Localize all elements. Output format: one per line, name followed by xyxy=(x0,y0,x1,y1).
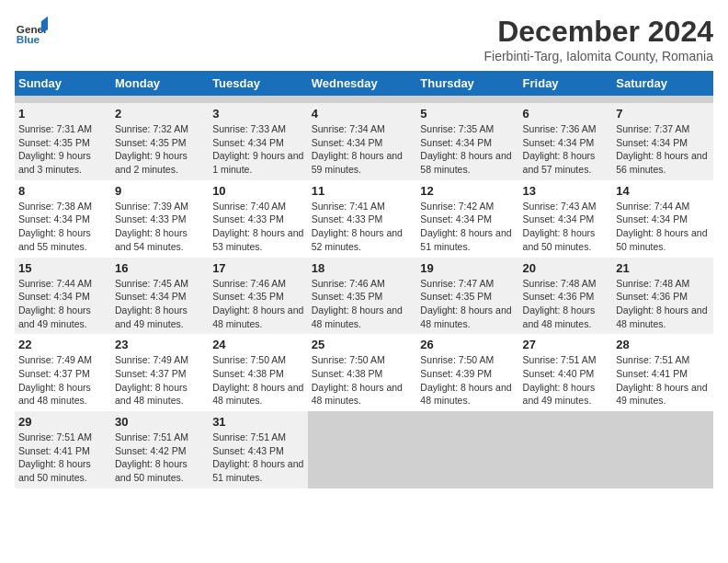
table-row: 4 Sunrise: 7:34 AMSunset: 4:34 PMDayligh… xyxy=(308,103,417,180)
title-area: December 2024 Fierbinti-Targ, Ialomita C… xyxy=(483,15,713,63)
table-row xyxy=(519,96,613,103)
day-info: Sunrise: 7:43 AMSunset: 4:34 PMDaylight:… xyxy=(523,201,597,252)
day-info: Sunrise: 7:44 AMSunset: 4:34 PMDaylight:… xyxy=(18,278,92,329)
calendar-week-row: 8 Sunrise: 7:38 AMSunset: 4:34 PMDayligh… xyxy=(15,180,713,258)
day-info: Sunrise: 7:49 AMSunset: 4:37 PMDaylight:… xyxy=(115,354,188,406)
page-header: General Blue December 2024 Fierbinti-Tar… xyxy=(15,15,713,63)
table-row: 25 Sunrise: 7:50 AMSunset: 4:38 PMDaylig… xyxy=(308,334,417,411)
day-number: 23 xyxy=(115,338,205,351)
header-saturday: Saturday xyxy=(612,71,713,96)
calendar-table: Sunday Monday Tuesday Wednesday Thursday… xyxy=(15,71,713,488)
table-row: 28 Sunrise: 7:51 AMSunset: 4:41 PMDaylig… xyxy=(612,334,713,411)
day-info: Sunrise: 7:44 AMSunset: 4:34 PMDaylight:… xyxy=(616,201,707,252)
header-thursday: Thursday xyxy=(416,71,518,96)
table-row xyxy=(519,411,613,488)
table-row: 17 Sunrise: 7:46 AMSunset: 4:35 PMDaylig… xyxy=(209,258,308,335)
day-number: 9 xyxy=(115,184,205,198)
day-number: 7 xyxy=(616,107,710,121)
table-row: 24 Sunrise: 7:50 AMSunset: 4:38 PMDaylig… xyxy=(209,334,308,411)
day-number: 20 xyxy=(523,261,609,275)
calendar-week-row: 22 Sunrise: 7:49 AMSunset: 4:37 PMDaylig… xyxy=(15,334,713,411)
day-number: 31 xyxy=(212,415,304,429)
page-subtitle: Fierbinti-Targ, Ialomita County, Romania xyxy=(483,49,713,63)
day-number: 30 xyxy=(115,415,205,429)
day-info: Sunrise: 7:36 AMSunset: 4:34 PMDaylight:… xyxy=(523,123,597,175)
table-row: 13 Sunrise: 7:43 AMSunset: 4:34 PMDaylig… xyxy=(519,180,613,258)
day-info: Sunrise: 7:48 AMSunset: 4:36 PMDaylight:… xyxy=(616,278,707,329)
day-info: Sunrise: 7:50 AMSunset: 4:38 PMDaylight:… xyxy=(312,354,403,406)
table-row: 2 Sunrise: 7:32 AMSunset: 4:35 PMDayligh… xyxy=(111,103,209,180)
day-number: 27 xyxy=(523,338,609,351)
day-number: 15 xyxy=(18,261,108,275)
table-row: 12 Sunrise: 7:42 AMSunset: 4:34 PMDaylig… xyxy=(416,180,518,258)
table-row xyxy=(416,411,518,488)
table-row: 27 Sunrise: 7:51 AMSunset: 4:40 PMDaylig… xyxy=(519,334,613,411)
table-row xyxy=(612,96,713,103)
logo-icon: General Blue xyxy=(15,15,48,48)
day-info: Sunrise: 7:48 AMSunset: 4:36 PMDaylight:… xyxy=(523,278,597,329)
day-info: Sunrise: 7:50 AMSunset: 4:38 PMDaylight:… xyxy=(212,354,303,406)
table-row: 1 Sunrise: 7:31 AMSunset: 4:35 PMDayligh… xyxy=(15,103,111,180)
day-info: Sunrise: 7:39 AMSunset: 4:33 PMDaylight:… xyxy=(115,201,188,252)
header-sunday: Sunday xyxy=(15,71,111,96)
calendar-week-row xyxy=(15,96,713,103)
table-row xyxy=(612,411,713,488)
day-number: 5 xyxy=(420,107,515,121)
day-info: Sunrise: 7:33 AMSunset: 4:34 PMDaylight:… xyxy=(212,123,303,175)
header-monday: Monday xyxy=(111,71,209,96)
day-info: Sunrise: 7:50 AMSunset: 4:39 PMDaylight:… xyxy=(420,354,511,406)
day-number: 6 xyxy=(523,107,609,121)
table-row xyxy=(111,96,209,103)
table-row: 8 Sunrise: 7:38 AMSunset: 4:34 PMDayligh… xyxy=(15,180,111,258)
day-number: 4 xyxy=(312,107,414,121)
table-row xyxy=(416,96,518,103)
table-row xyxy=(15,96,111,103)
day-number: 17 xyxy=(212,261,304,275)
day-number: 12 xyxy=(420,184,515,198)
table-row: 11 Sunrise: 7:41 AMSunset: 4:33 PMDaylig… xyxy=(308,180,417,258)
table-row: 29 Sunrise: 7:51 AMSunset: 4:41 PMDaylig… xyxy=(15,411,111,488)
day-number: 1 xyxy=(18,107,108,121)
day-number: 22 xyxy=(18,338,108,351)
header-tuesday: Tuesday xyxy=(209,71,308,96)
day-info: Sunrise: 7:34 AMSunset: 4:34 PMDaylight:… xyxy=(312,123,403,175)
day-number: 8 xyxy=(18,184,108,198)
day-number: 13 xyxy=(523,184,609,198)
table-row: 7 Sunrise: 7:37 AMSunset: 4:34 PMDayligh… xyxy=(612,103,713,180)
day-info: Sunrise: 7:42 AMSunset: 4:34 PMDaylight:… xyxy=(420,201,511,252)
day-info: Sunrise: 7:38 AMSunset: 4:34 PMDaylight:… xyxy=(18,201,92,252)
day-info: Sunrise: 7:46 AMSunset: 4:35 PMDaylight:… xyxy=(312,278,403,329)
table-row: 9 Sunrise: 7:39 AMSunset: 4:33 PMDayligh… xyxy=(111,180,209,258)
day-info: Sunrise: 7:32 AMSunset: 4:35 PMDaylight:… xyxy=(115,123,188,175)
day-info: Sunrise: 7:37 AMSunset: 4:34 PMDaylight:… xyxy=(616,123,707,175)
day-number: 26 xyxy=(420,338,515,351)
table-row: 31 Sunrise: 7:51 AMSunset: 4:43 PMDaylig… xyxy=(209,411,308,488)
table-row: 30 Sunrise: 7:51 AMSunset: 4:42 PMDaylig… xyxy=(111,411,209,488)
calendar-week-row: 29 Sunrise: 7:51 AMSunset: 4:41 PMDaylig… xyxy=(15,411,713,488)
day-info: Sunrise: 7:51 AMSunset: 4:40 PMDaylight:… xyxy=(523,354,597,406)
header-friday: Friday xyxy=(519,71,613,96)
table-row: 19 Sunrise: 7:47 AMSunset: 4:35 PMDaylig… xyxy=(416,258,518,335)
table-row xyxy=(209,96,308,103)
table-row: 3 Sunrise: 7:33 AMSunset: 4:34 PMDayligh… xyxy=(209,103,308,180)
table-row xyxy=(308,411,417,488)
calendar-week-row: 15 Sunrise: 7:44 AMSunset: 4:34 PMDaylig… xyxy=(15,258,713,335)
day-number: 24 xyxy=(212,338,304,351)
day-info: Sunrise: 7:51 AMSunset: 4:41 PMDaylight:… xyxy=(616,354,707,406)
day-number: 14 xyxy=(616,184,710,198)
day-info: Sunrise: 7:40 AMSunset: 4:33 PMDaylight:… xyxy=(212,201,303,252)
table-row: 18 Sunrise: 7:46 AMSunset: 4:35 PMDaylig… xyxy=(308,258,417,335)
table-row: 26 Sunrise: 7:50 AMSunset: 4:39 PMDaylig… xyxy=(416,334,518,411)
page-title: December 2024 xyxy=(483,15,713,49)
day-info: Sunrise: 7:51 AMSunset: 4:41 PMDaylight:… xyxy=(18,431,92,483)
day-info: Sunrise: 7:31 AMSunset: 4:35 PMDaylight:… xyxy=(18,123,92,175)
day-number: 3 xyxy=(212,107,304,121)
table-row: 16 Sunrise: 7:45 AMSunset: 4:34 PMDaylig… xyxy=(111,258,209,335)
day-number: 29 xyxy=(18,415,108,429)
svg-text:Blue: Blue xyxy=(17,33,40,45)
table-row: 5 Sunrise: 7:35 AMSunset: 4:34 PMDayligh… xyxy=(416,103,518,180)
day-number: 18 xyxy=(312,261,414,275)
day-info: Sunrise: 7:45 AMSunset: 4:34 PMDaylight:… xyxy=(115,278,188,329)
day-info: Sunrise: 7:51 AMSunset: 4:42 PMDaylight:… xyxy=(115,431,188,483)
calendar-header-row: Sunday Monday Tuesday Wednesday Thursday… xyxy=(15,71,713,96)
